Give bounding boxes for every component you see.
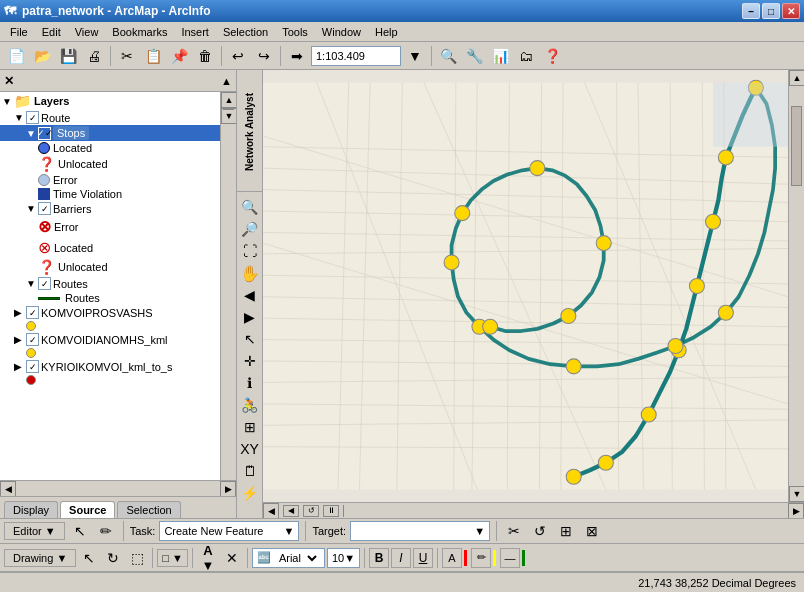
kyrioikomvoi-checkbox[interactable] (26, 360, 39, 373)
editor-btn3[interactable]: ⊞ (555, 521, 577, 541)
na-bicycle[interactable]: 🚴 (239, 394, 261, 416)
menu-item-window[interactable]: Window (316, 24, 367, 40)
menu-item-help[interactable]: Help (369, 24, 404, 40)
na-add[interactable]: 🗒 (239, 460, 261, 482)
font-picker[interactable]: 🔤 Arial (252, 548, 325, 568)
stops-group[interactable]: ▼ ✓ Stops (0, 125, 220, 141)
paste-button[interactable]: 📌 (167, 45, 191, 67)
underline-button[interactable]: U (413, 548, 433, 568)
map-scroll-left[interactable]: ◀ (263, 503, 279, 518)
minimize-button[interactable]: – (742, 3, 760, 19)
scroll-up-arrow[interactable]: ▲ (221, 92, 236, 108)
na-hand[interactable]: ✋ (239, 262, 261, 284)
menu-item-bookmarks[interactable]: Bookmarks (106, 24, 173, 40)
tools-button3[interactable]: 📊 (488, 45, 512, 67)
editor-dropdown-button[interactable]: Editor ▼ (4, 522, 65, 540)
map-canvas-area[interactable] (263, 70, 788, 502)
layers-root[interactable]: ▼ 📁 Layers (0, 92, 220, 110)
na-select-all[interactable]: ⛶ (239, 240, 261, 262)
map-nav-btn2[interactable]: ↺ (303, 505, 319, 517)
zoom-in-button[interactable]: 🔍 (436, 45, 460, 67)
line-color-button[interactable]: — (500, 548, 520, 568)
font-size-picker[interactable]: 10 ▼ (327, 548, 360, 568)
maximize-button[interactable]: □ (762, 3, 780, 19)
print-button[interactable]: 🖨 (82, 45, 106, 67)
task-dropdown[interactable]: Create New Feature ▼ (159, 521, 299, 541)
italic-button[interactable]: I (391, 548, 411, 568)
drawing-dropdown-button[interactable]: Drawing ▼ (4, 549, 76, 567)
draw-rotate[interactable]: ↻ (102, 547, 124, 569)
scroll-left-arrow[interactable]: ◀ (0, 481, 16, 497)
na-arrow-left[interactable]: ◀ (239, 284, 261, 306)
map-v-scrollbar[interactable]: ▲ ▼ (788, 70, 804, 502)
map-nav-btn1[interactable]: ◀ (283, 505, 299, 517)
menu-item-selection[interactable]: Selection (217, 24, 274, 40)
komvoidianomhs-checkbox[interactable] (26, 333, 39, 346)
scroll-right-arrow[interactable]: ▶ (220, 481, 236, 497)
na-grid[interactable]: ⊞ (239, 416, 261, 438)
toc-h-scrollbar[interactable]: ◀ ▶ (0, 480, 236, 496)
save-button[interactable]: 💾 (56, 45, 80, 67)
draw-select[interactable]: ⬚ (126, 547, 148, 569)
na-label-area[interactable]: Network Analyst (237, 72, 262, 192)
kyrioikomvoi-layer[interactable]: ▶ KYRIOIKOMVOI_kml_to_s (0, 359, 220, 374)
toc-v-scrollbar[interactable]: ▲ ▼ (220, 92, 236, 480)
help-button[interactable]: ❓ (540, 45, 564, 67)
route-group[interactable]: ▼ Route (0, 110, 220, 125)
editor-btn4[interactable]: ⊠ (581, 521, 603, 541)
scale-input[interactable] (311, 46, 401, 66)
map-scroll-up[interactable]: ▲ (789, 70, 804, 86)
na-coords[interactable]: XY (239, 438, 261, 460)
toc-collapse[interactable]: ▲ (221, 75, 232, 87)
tab-selection[interactable]: Selection (117, 501, 180, 518)
editor-cursor[interactable]: ↖ (69, 521, 91, 541)
menu-item-file[interactable]: File (4, 24, 34, 40)
komvoidianomhs-layer[interactable]: ▶ KOMVOIDIANOMHS_kml (0, 332, 220, 347)
draw-cursor[interactable]: ↖ (78, 547, 100, 569)
barriers-checkbox[interactable] (38, 202, 51, 215)
na-zoom-out[interactable]: 🔎 (239, 218, 261, 240)
na-zoom-in[interactable]: 🔍 (239, 196, 261, 218)
rectangle-btn[interactable]: □ ▼ (157, 549, 188, 567)
scroll-down-arrow[interactable]: ▼ (221, 108, 236, 124)
open-button[interactable]: 📂 (30, 45, 54, 67)
map-scroll-right[interactable]: ▶ (788, 503, 804, 518)
draw-marker[interactable]: ✕ (221, 547, 243, 569)
tools-button2[interactable]: 🔧 (462, 45, 486, 67)
copy-button[interactable]: 📋 (141, 45, 165, 67)
na-info[interactable]: ℹ (239, 372, 261, 394)
cut-button[interactable]: ✂ (115, 45, 139, 67)
menu-item-edit[interactable]: Edit (36, 24, 67, 40)
goto-button[interactable]: ➡ (285, 45, 309, 67)
highlight-button[interactable]: ✏ (471, 548, 491, 568)
menu-item-view[interactable]: View (69, 24, 105, 40)
font-color-button[interactable]: A (442, 548, 462, 568)
na-flash[interactable]: ⚡ (239, 482, 261, 504)
na-move[interactable]: ✛ (239, 350, 261, 372)
editor-btn1[interactable]: ✂ (503, 521, 525, 541)
menu-item-tools[interactable]: Tools (276, 24, 314, 40)
tab-display[interactable]: Display (4, 501, 58, 518)
komvoiprosvashs-layer[interactable]: ▶ KOMVOIPROSVASHS (0, 305, 220, 320)
bold-button[interactable]: B (369, 548, 389, 568)
map-h-scrollbar[interactable]: ◀ ◀ ↺ ⏸ ▶ (263, 502, 804, 518)
text-btn[interactable]: A ▼ (197, 547, 219, 569)
routes-group[interactable]: ▼ Routes (0, 276, 220, 291)
menu-item-insert[interactable]: Insert (175, 24, 215, 40)
map-nav-btn3[interactable]: ⏸ (323, 505, 339, 517)
scale-dropdown[interactable]: ▼ (403, 45, 427, 67)
barriers-group[interactable]: ▼ Barriers (0, 201, 220, 216)
stops-checkbox[interactable]: ✓ (38, 127, 51, 140)
komvoiprosvashs-checkbox[interactable] (26, 306, 39, 319)
target-dropdown[interactable]: ▼ (350, 521, 490, 541)
na-cursor[interactable]: ↖ (239, 328, 261, 350)
editor-btn2[interactable]: ↺ (529, 521, 551, 541)
na-arrow-right[interactable]: ▶ (239, 306, 261, 328)
redo-button[interactable]: ↪ (252, 45, 276, 67)
routes-checkbox[interactable] (38, 277, 51, 290)
map-scroll-down[interactable]: ▼ (789, 486, 804, 502)
font-select[interactable]: Arial (273, 548, 320, 568)
route-checkbox[interactable] (26, 111, 39, 124)
close-button[interactable]: ✕ (782, 3, 800, 19)
editor-pencil[interactable]: ✏ (95, 521, 117, 541)
